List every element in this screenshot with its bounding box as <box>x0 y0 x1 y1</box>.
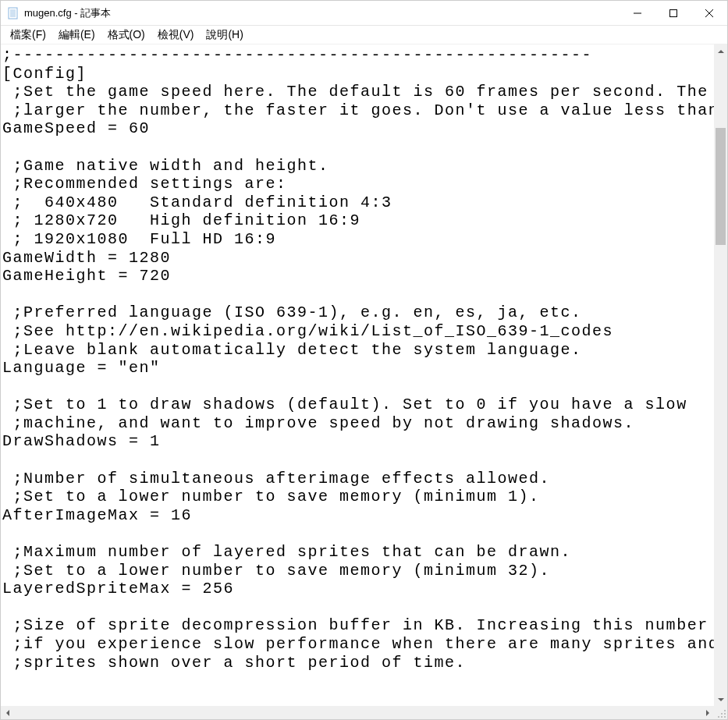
v-scroll-track[interactable] <box>714 58 727 693</box>
menu-format[interactable]: 格式(O) <box>101 27 151 44</box>
resize-grip-icon[interactable] <box>717 709 726 718</box>
scrollbar-corner <box>714 706 727 719</box>
menu-edit[interactable]: 編輯(E) <box>52 27 101 44</box>
svg-point-13 <box>718 716 719 718</box>
h-scroll-track[interactable] <box>14 706 701 719</box>
menu-view[interactable]: 檢視(V) <box>151 27 201 44</box>
titlebar: mugen.cfg - 記事本 <box>1 1 727 26</box>
editor-area: ;---------------------------------------… <box>1 44 727 719</box>
close-button[interactable] <box>691 1 727 25</box>
scroll-down-arrow-icon[interactable] <box>714 693 727 706</box>
v-scroll-thumb[interactable] <box>716 128 726 245</box>
notepad-icon <box>7 7 20 20</box>
maximize-button[interactable] <box>655 1 691 25</box>
text-content[interactable]: ;---------------------------------------… <box>1 44 714 706</box>
scroll-left-arrow-icon[interactable] <box>1 706 14 719</box>
scroll-up-arrow-icon[interactable] <box>714 44 727 58</box>
window-title: mugen.cfg - 記事本 <box>24 6 111 20</box>
svg-rect-7 <box>670 9 677 16</box>
vertical-scrollbar[interactable] <box>714 44 727 706</box>
svg-point-14 <box>721 716 723 718</box>
horizontal-scrollbar[interactable] <box>1 706 714 719</box>
menubar: 檔案(F) 編輯(E) 格式(O) 檢視(V) 說明(H) <box>1 26 727 44</box>
scroll-right-arrow-icon[interactable] <box>701 706 714 719</box>
svg-point-10 <box>724 710 726 711</box>
svg-point-11 <box>721 713 723 715</box>
window-controls <box>620 1 727 25</box>
menu-help[interactable]: 說明(H) <box>200 27 249 44</box>
menu-file[interactable]: 檔案(F) <box>4 27 52 44</box>
svg-point-15 <box>724 716 726 718</box>
svg-point-12 <box>724 713 726 715</box>
minimize-button[interactable] <box>620 1 655 25</box>
